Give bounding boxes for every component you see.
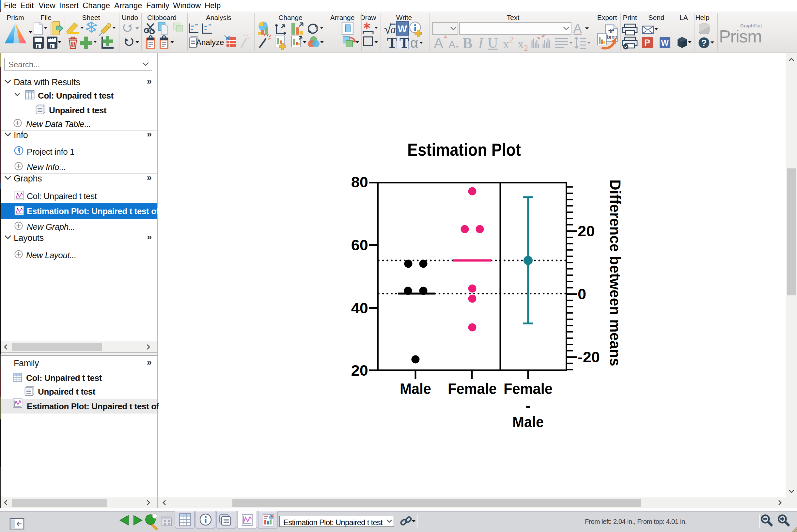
svg-text:?: ? xyxy=(701,38,707,48)
svg-text:Female: Female xyxy=(448,380,497,397)
svg-text:A: A xyxy=(434,35,443,51)
svg-text:W: W xyxy=(661,38,669,47)
svg-text:40: 40 xyxy=(351,299,368,317)
svg-text:P: P xyxy=(644,38,650,48)
svg-text:0: 0 xyxy=(578,285,586,303)
svg-text:2: 2 xyxy=(524,43,528,53)
svg-text:tiff: tiff xyxy=(608,29,614,34)
svg-text:20: 20 xyxy=(578,222,595,240)
svg-text:Female: Female xyxy=(504,380,553,397)
svg-text:20: 20 xyxy=(351,362,368,379)
svg-text:2: 2 xyxy=(509,35,513,44)
svg-text:x: x xyxy=(518,37,524,51)
svg-text:Difference between means: Difference between means xyxy=(607,179,624,366)
svg-text:α: α xyxy=(410,35,418,51)
svg-text:80: 80 xyxy=(351,173,368,191)
svg-text:a: a xyxy=(390,23,396,36)
svg-text:Estimation Plot: Estimation Plot xyxy=(407,140,521,159)
svg-text:x: x xyxy=(503,37,509,51)
svg-text:-: - xyxy=(526,397,531,414)
svg-text:I: I xyxy=(478,35,484,52)
svg-text:Male: Male xyxy=(400,380,431,397)
svg-text:U: U xyxy=(488,35,498,51)
svg-text:T: T xyxy=(387,35,397,51)
svg-text:-20: -20 xyxy=(578,348,600,365)
svg-text:A: A xyxy=(449,39,456,51)
svg-text:B: B xyxy=(462,35,473,52)
svg-text:Analyze: Analyze xyxy=(196,38,224,47)
svg-text:60: 60 xyxy=(351,236,368,253)
svg-text:Male: Male xyxy=(512,413,544,431)
svg-text:W: W xyxy=(398,23,407,34)
svg-text:T: T xyxy=(399,35,409,51)
svg-text:A: A xyxy=(573,21,582,35)
